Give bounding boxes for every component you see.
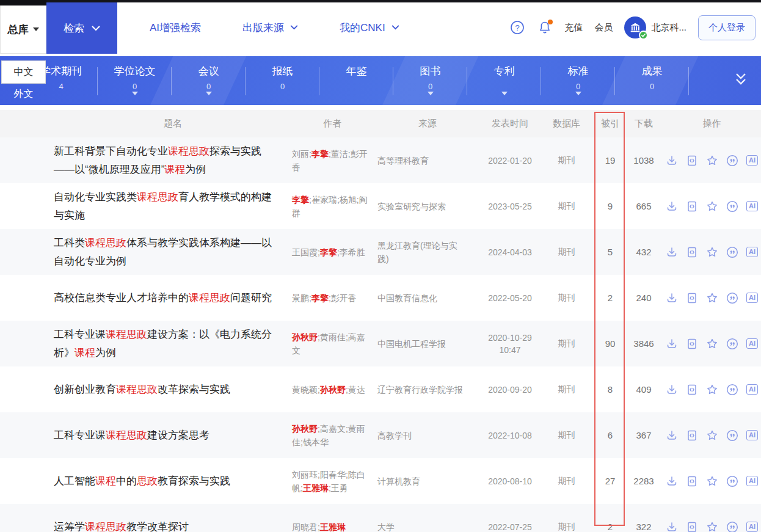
nav-ai-search[interactable]: AI增强检索 — [150, 21, 201, 35]
header-title[interactable]: 题名 — [54, 118, 292, 129]
download-icon[interactable] — [666, 338, 678, 350]
result-title-link[interactable]: 工科专业课课程思政建设方案思考 — [54, 426, 292, 445]
ai-icon[interactable]: AI — [746, 476, 758, 486]
result-title-link[interactable]: 人工智能课程中的思政教育探索与实践 — [54, 472, 292, 490]
result-source[interactable]: 中国教育信息化 — [373, 291, 482, 305]
db-tab-报纸[interactable]: 报纸0 — [246, 56, 319, 105]
result-title-link[interactable]: 工科专业课课程思政建设方案：以《电力系统分析》课程为例 — [54, 326, 292, 362]
result-title-link[interactable]: 工科类课程思政体系与教学实践体系构建——以自动化专业为例 — [54, 234, 292, 271]
cite-quote-icon[interactable] — [726, 475, 738, 487]
header-downloads[interactable]: 下载 — [625, 118, 663, 129]
download-icon[interactable] — [666, 200, 678, 213]
result-cited-count[interactable]: 2 — [595, 522, 625, 532]
result-source[interactable]: 高等理科教育 — [373, 154, 482, 167]
result-source[interactable]: 计算机教育 — [373, 475, 482, 488]
cite-quote-icon[interactable] — [726, 155, 738, 167]
download-icon[interactable] — [666, 429, 678, 442]
db-tab-会议[interactable]: 会议0 — [172, 56, 246, 105]
db-tab-学位论文[interactable]: 学位论文0 — [98, 56, 172, 105]
favorite-star-icon[interactable] — [706, 292, 718, 304]
result-authors[interactable]: 周晓君;王雅琳 — [292, 520, 373, 532]
more-tabs-chevron-icon[interactable] — [732, 71, 750, 92]
html-read-icon[interactable] — [686, 155, 698, 167]
ai-icon[interactable]: AI — [746, 338, 758, 349]
header-author[interactable]: 作者 — [292, 118, 373, 129]
download-icon[interactable] — [666, 292, 678, 304]
html-read-icon[interactable] — [686, 200, 698, 213]
notification-bell-icon[interactable] — [537, 20, 553, 35]
result-authors[interactable]: 刘丽;李擎;董洁;彭开香 — [292, 147, 373, 174]
result-authors[interactable]: 孙秋野;黄雨佳;高嘉文 — [292, 330, 373, 357]
result-source[interactable]: 高教学刊 — [373, 429, 482, 442]
cite-quote-icon[interactable] — [726, 429, 738, 442]
result-authors[interactable]: 李擎;崔家瑞;杨旭;阎群 — [292, 193, 373, 220]
cite-quote-icon[interactable] — [726, 246, 738, 258]
cite-quote-icon[interactable] — [726, 521, 738, 532]
org-name[interactable]: 北京科... — [651, 22, 686, 34]
html-read-icon[interactable] — [686, 521, 698, 532]
ai-icon[interactable]: AI — [746, 384, 758, 395]
favorite-star-icon[interactable] — [706, 246, 718, 258]
html-read-icon[interactable] — [686, 338, 698, 350]
lang-tab-foreign[interactable]: 外文 — [1, 84, 46, 105]
ai-icon[interactable]: AI — [746, 293, 758, 303]
result-authors[interactable]: 景鹏;李擎;彭开香 — [292, 291, 373, 305]
download-icon[interactable] — [666, 521, 678, 532]
result-title-link[interactable]: 创新创业教育课程思政改革探索与实践 — [54, 381, 292, 399]
favorite-star-icon[interactable] — [706, 521, 718, 532]
header-pub-date[interactable]: 发表时间 — [482, 118, 537, 129]
header-cited[interactable]: 被引 — [595, 118, 625, 129]
result-source[interactable]: 辽宁教育行政学院学报 — [373, 383, 482, 396]
db-tab-成果[interactable]: 成果0 — [615, 56, 689, 105]
ai-icon[interactable]: AI — [746, 155, 758, 166]
result-cited-count[interactable]: 90 — [595, 338, 625, 349]
help-icon[interactable]: ? — [509, 20, 525, 35]
db-tab-专利[interactable]: 专利 — [467, 56, 541, 105]
cite-quote-icon[interactable] — [726, 292, 738, 304]
result-cited-count[interactable]: 19 — [595, 155, 625, 166]
result-source[interactable]: 黑龙江教育(理论与实践) — [373, 239, 482, 266]
result-authors[interactable]: 王国霞;李擎;李希胜 — [292, 246, 373, 259]
download-icon[interactable] — [666, 384, 678, 396]
result-cited-count[interactable]: 27 — [595, 476, 625, 486]
download-icon[interactable] — [666, 246, 678, 258]
favorite-star-icon[interactable] — [706, 155, 718, 167]
result-source[interactable]: 大学 — [373, 520, 482, 532]
favorite-star-icon[interactable] — [706, 200, 718, 213]
db-tab-图书[interactable]: 图书0 — [393, 56, 467, 105]
favorite-star-icon[interactable] — [706, 475, 718, 487]
library-selector[interactable]: 总库 — [0, 5, 46, 54]
html-read-icon[interactable] — [686, 475, 698, 487]
personal-login-button[interactable]: 个人登录 — [698, 15, 756, 40]
html-read-icon[interactable] — [686, 384, 698, 396]
institution-avatar[interactable] — [624, 16, 646, 38]
result-cited-count[interactable]: 2 — [595, 293, 625, 303]
member-link[interactable]: 会员 — [594, 22, 613, 34]
recharge-link[interactable]: 充值 — [564, 22, 583, 34]
html-read-icon[interactable] — [686, 246, 698, 258]
result-title-link[interactable]: 高校信息类专业人才培养中的课程思政问题研究 — [54, 289, 292, 307]
nav-my-cnki[interactable]: 我的CNKI — [340, 21, 399, 35]
result-authors[interactable]: 刘丽珏;阳春华;陈白帆;王雅琳;王勇 — [292, 468, 373, 495]
lang-tab-chinese[interactable]: 中文 — [1, 60, 46, 84]
result-source[interactable]: 实验室研究与探索 — [373, 200, 482, 213]
ai-icon[interactable]: AI — [746, 247, 758, 257]
result-title-link[interactable]: 新工科背景下自动化专业课程思政探索与实践——以“微机原理及应用”课程为例 — [54, 142, 292, 179]
result-authors[interactable]: 黄晓颖;孙秋野;黄达 — [292, 383, 373, 396]
db-tab-年鉴[interactable]: 年鉴 — [319, 56, 393, 105]
db-tab-标准[interactable]: 标准0 — [541, 56, 615, 105]
result-cited-count[interactable]: 6 — [595, 430, 625, 440]
ai-icon[interactable]: AI — [746, 430, 758, 440]
ai-icon[interactable]: AI — [746, 522, 758, 532]
tab-search[interactable]: 检索 — [46, 2, 117, 54]
ai-icon[interactable]: AI — [746, 201, 758, 211]
result-authors[interactable]: 孙秋野;高嘉文;黄雨佳;钱本华 — [292, 422, 373, 449]
favorite-star-icon[interactable] — [706, 429, 718, 442]
result-title-link[interactable]: 自动化专业实践类课程思政育人教学模式的构建与实施 — [54, 188, 292, 225]
result-cited-count[interactable]: 9 — [595, 201, 625, 211]
favorite-star-icon[interactable] — [706, 384, 718, 396]
cite-quote-icon[interactable] — [726, 384, 738, 396]
favorite-star-icon[interactable] — [706, 338, 718, 350]
header-source[interactable]: 来源 — [373, 118, 482, 129]
result-cited-count[interactable]: 8 — [595, 384, 625, 395]
